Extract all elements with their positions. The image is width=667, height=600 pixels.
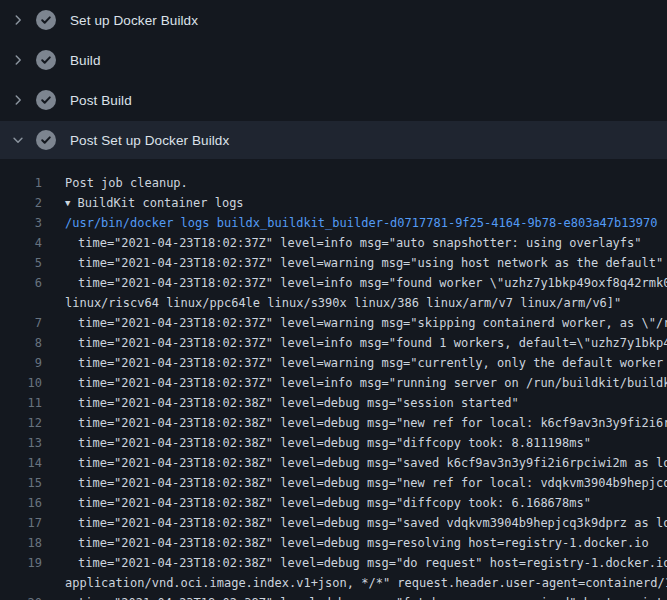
log-line-number[interactable]: 3 bbox=[0, 213, 42, 233]
group-expand-toggle-icon[interactable]: ▼ bbox=[65, 193, 70, 213]
success-check-icon bbox=[36, 90, 56, 110]
log-line-number[interactable]: 10 bbox=[0, 373, 42, 393]
step-label: Post Build bbox=[70, 93, 132, 108]
log-line: 20time="2021-04-23T18:02:38Z" level=debu… bbox=[0, 593, 667, 600]
log-text: time="2021-04-23T18:02:38Z" level=debug … bbox=[42, 493, 591, 513]
log-text: time="2021-04-23T18:02:38Z" level=debug … bbox=[42, 513, 667, 533]
step-list: Set up Docker BuildxBuildPost BuildPost … bbox=[0, 0, 667, 159]
step-header-build[interactable]: Build bbox=[0, 40, 667, 80]
step-header-set-up-docker-buildx[interactable]: Set up Docker Buildx bbox=[0, 0, 667, 40]
step-header-post-set-up-docker-buildx[interactable]: Post Set up Docker Buildx bbox=[0, 121, 667, 159]
step-header-post-build[interactable]: Post Build bbox=[0, 80, 667, 120]
log-line: 7time="2021-04-23T18:02:37Z" level=warni… bbox=[0, 313, 667, 333]
log-line-number[interactable]: 9 bbox=[0, 353, 42, 373]
log-text: time="2021-04-23T18:02:38Z" level=debug … bbox=[42, 593, 667, 600]
log-line-number bbox=[0, 293, 42, 313]
success-check-icon bbox=[36, 10, 56, 30]
log-text: time="2021-04-23T18:02:38Z" level=debug … bbox=[42, 433, 591, 453]
step-label: Post Set up Docker Buildx bbox=[70, 133, 229, 148]
log-line: 3/usr/bin/docker logs buildx_buildkit_bu… bbox=[0, 213, 667, 233]
success-check-icon bbox=[36, 130, 56, 150]
log-line: 16time="2021-04-23T18:02:38Z" level=debu… bbox=[0, 493, 667, 513]
log-line: 10time="2021-04-23T18:02:37Z" level=info… bbox=[0, 373, 667, 393]
log-line-number[interactable]: 1 bbox=[0, 173, 42, 193]
step-label: Set up Docker Buildx bbox=[70, 13, 198, 28]
log-line: 6time="2021-04-23T18:02:37Z" level=info … bbox=[0, 273, 667, 293]
log-line: 14time="2021-04-23T18:02:38Z" level=debu… bbox=[0, 453, 667, 473]
chevron-right-icon bbox=[10, 52, 26, 68]
log-line-continuation: linux/riscv64 linux/ppc64le linux/s390x … bbox=[0, 293, 667, 313]
log-text: time="2021-04-23T18:02:38Z" level=debug … bbox=[42, 553, 667, 573]
log-line: 9time="2021-04-23T18:02:37Z" level=warni… bbox=[0, 353, 667, 373]
log-line: 8time="2021-04-23T18:02:37Z" level=info … bbox=[0, 333, 667, 353]
log-text: time="2021-04-23T18:02:37Z" level=info m… bbox=[42, 333, 667, 353]
log-text: time="2021-04-23T18:02:38Z" level=debug … bbox=[42, 473, 667, 493]
log-text: time="2021-04-23T18:02:37Z" level=warnin… bbox=[42, 313, 667, 333]
log-line-number[interactable]: 17 bbox=[0, 513, 42, 533]
log-line-continuation: application/vnd.oci.image.index.v1+json,… bbox=[0, 573, 667, 593]
log-text: time="2021-04-23T18:02:38Z" level=debug … bbox=[42, 393, 519, 413]
log-text: ▼BuildKit container logs bbox=[42, 193, 244, 213]
log-line: 12time="2021-04-23T18:02:38Z" level=debu… bbox=[0, 413, 667, 433]
log-line-number[interactable]: 2 bbox=[0, 193, 42, 213]
log-line-number[interactable]: 8 bbox=[0, 333, 42, 353]
chevron-right-icon bbox=[10, 92, 26, 108]
log-line-number[interactable]: 15 bbox=[0, 473, 42, 493]
log-line-number[interactable]: 11 bbox=[0, 393, 42, 413]
log-line-number[interactable]: 16 bbox=[0, 493, 42, 513]
log-line: 17time="2021-04-23T18:02:38Z" level=debu… bbox=[0, 513, 667, 533]
log-line-number[interactable]: 18 bbox=[0, 533, 42, 553]
log-text: time="2021-04-23T18:02:38Z" level=debug … bbox=[42, 453, 667, 473]
log-text: time="2021-04-23T18:02:37Z" level=info m… bbox=[42, 373, 667, 393]
log-line: 4time="2021-04-23T18:02:37Z" level=info … bbox=[0, 233, 667, 253]
log-line-number[interactable]: 12 bbox=[0, 413, 42, 433]
chevron-down-icon bbox=[10, 132, 26, 148]
log-line-number[interactable]: 19 bbox=[0, 553, 42, 573]
log-line-number[interactable]: 20 bbox=[0, 593, 42, 600]
log-text: time="2021-04-23T18:02:38Z" level=debug … bbox=[42, 413, 667, 433]
log-text: time="2021-04-23T18:02:37Z" level=warnin… bbox=[42, 353, 667, 373]
log-line-number[interactable]: 13 bbox=[0, 433, 42, 453]
group-title[interactable]: BuildKit container logs bbox=[77, 196, 243, 210]
log-text: time="2021-04-23T18:02:37Z" level=info m… bbox=[42, 273, 667, 293]
log-line: 18time="2021-04-23T18:02:38Z" level=debu… bbox=[0, 533, 667, 553]
log-line-number[interactable]: 7 bbox=[0, 313, 42, 333]
log-line: 2▼BuildKit container logs bbox=[0, 193, 667, 213]
log-text: linux/riscv64 linux/ppc64le linux/s390x … bbox=[42, 293, 621, 313]
log-line-number bbox=[0, 573, 42, 593]
log-pane[interactable]: 1Post job cleanup.2▼BuildKit container l… bbox=[0, 159, 667, 600]
workflow-log-viewer: Set up Docker BuildxBuildPost BuildPost … bbox=[0, 0, 667, 600]
log-line-number[interactable]: 6 bbox=[0, 273, 42, 293]
log-text: Post job cleanup. bbox=[42, 173, 188, 193]
log-text: time="2021-04-23T18:02:37Z" level=info m… bbox=[42, 233, 642, 253]
log-line: 19time="2021-04-23T18:02:38Z" level=debu… bbox=[0, 553, 667, 573]
log-line: 1Post job cleanup. bbox=[0, 173, 667, 193]
log-line-number[interactable]: 14 bbox=[0, 453, 42, 473]
log-text: application/vnd.oci.image.index.v1+json,… bbox=[42, 573, 667, 593]
success-check-icon bbox=[36, 50, 56, 70]
log-line: 11time="2021-04-23T18:02:38Z" level=debu… bbox=[0, 393, 667, 413]
log-text: time="2021-04-23T18:02:38Z" level=debug … bbox=[42, 533, 649, 553]
step-label: Build bbox=[70, 53, 101, 68]
chevron-right-icon bbox=[10, 12, 26, 28]
log-line: 13time="2021-04-23T18:02:38Z" level=debu… bbox=[0, 433, 667, 453]
log-line-number[interactable]: 4 bbox=[0, 233, 42, 253]
log-text: time="2021-04-23T18:02:37Z" level=warnin… bbox=[42, 253, 663, 273]
log-command-text: /usr/bin/docker logs buildx_buildkit_bui… bbox=[42, 213, 657, 233]
log-line: 15time="2021-04-23T18:02:38Z" level=debu… bbox=[0, 473, 667, 493]
log-line: 5time="2021-04-23T18:02:37Z" level=warni… bbox=[0, 253, 667, 273]
log-line-number[interactable]: 5 bbox=[0, 253, 42, 273]
